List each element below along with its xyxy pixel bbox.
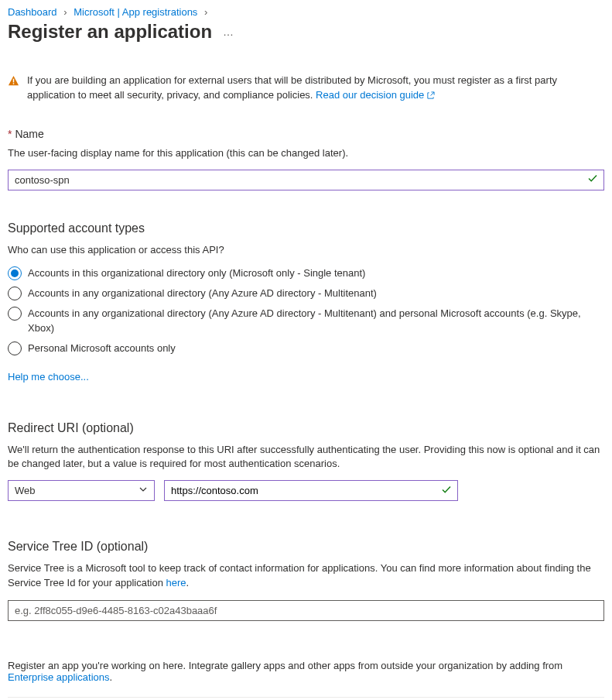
radio-label: Accounts in any organizational directory… bbox=[28, 307, 604, 335]
chevron-right-icon: › bbox=[63, 6, 67, 18]
footer-note: Register an app you're working on here. … bbox=[8, 660, 604, 698]
account-types-question: Who can use this application or access t… bbox=[8, 243, 604, 257]
radio-label: Personal Microsoft accounts only bbox=[28, 341, 176, 355]
radio-single-tenant[interactable]: Accounts in this organizational director… bbox=[8, 266, 604, 280]
chevron-down-icon bbox=[138, 485, 148, 496]
name-helper: The user-facing display name for this ap… bbox=[8, 146, 604, 160]
checkmark-icon bbox=[441, 484, 452, 497]
account-types-heading: Supported account types bbox=[8, 221, 604, 235]
redirect-url-input[interactable] bbox=[164, 480, 458, 501]
radio-personal-only[interactable]: Personal Microsoft accounts only bbox=[8, 341, 604, 355]
external-link-icon bbox=[426, 90, 435, 105]
name-input[interactable] bbox=[8, 170, 604, 190]
enterprise-applications-link[interactable]: Enterprise applications bbox=[8, 671, 110, 683]
radio-icon bbox=[8, 307, 22, 321]
svg-rect-1 bbox=[13, 83, 15, 84]
service-tree-input[interactable] bbox=[8, 600, 604, 621]
platform-value: Web bbox=[15, 485, 36, 496]
warning-banner: If you are building an application for e… bbox=[8, 74, 604, 105]
redirect-heading: Redirect URI (optional) bbox=[8, 421, 604, 435]
decision-guide-link[interactable]: Read our decision guide bbox=[316, 89, 435, 101]
radio-icon bbox=[8, 287, 22, 300]
svg-rect-0 bbox=[13, 79, 15, 83]
breadcrumb-dashboard[interactable]: Dashboard bbox=[8, 6, 57, 18]
service-tree-heading: Service Tree ID (optional) bbox=[8, 540, 604, 554]
warning-icon bbox=[8, 75, 19, 105]
service-tree-here-link[interactable]: here bbox=[166, 577, 186, 588]
account-types-radio-group: Accounts in this organizational director… bbox=[8, 266, 604, 355]
help-me-choose-link[interactable]: Help me choose... bbox=[8, 371, 89, 383]
required-indicator: * bbox=[8, 128, 12, 140]
redirect-helper: We'll return the authentication response… bbox=[8, 443, 604, 471]
warning-text: If you are building an application for e… bbox=[27, 74, 557, 101]
radio-icon bbox=[8, 266, 22, 280]
name-label: *Name bbox=[8, 128, 604, 140]
radio-label: Accounts in this organizational director… bbox=[28, 266, 365, 280]
platform-select[interactable]: Web bbox=[8, 480, 155, 501]
radio-multitenant-personal[interactable]: Accounts in any organizational directory… bbox=[8, 307, 604, 335]
breadcrumb-app-registrations[interactable]: Microsoft | App registrations bbox=[74, 6, 197, 18]
checkmark-icon bbox=[587, 173, 598, 187]
more-icon[interactable]: … bbox=[223, 26, 234, 38]
radio-icon bbox=[8, 341, 22, 355]
radio-label: Accounts in any organizational directory… bbox=[28, 287, 377, 300]
page-title: Register an application bbox=[8, 21, 212, 43]
service-tree-helper: Service Tree is a Microsoft tool to keep… bbox=[8, 561, 604, 591]
breadcrumb: Dashboard › Microsoft | App registration… bbox=[8, 6, 604, 18]
chevron-right-icon: › bbox=[204, 6, 207, 18]
radio-multitenant[interactable]: Accounts in any organizational directory… bbox=[8, 287, 604, 300]
